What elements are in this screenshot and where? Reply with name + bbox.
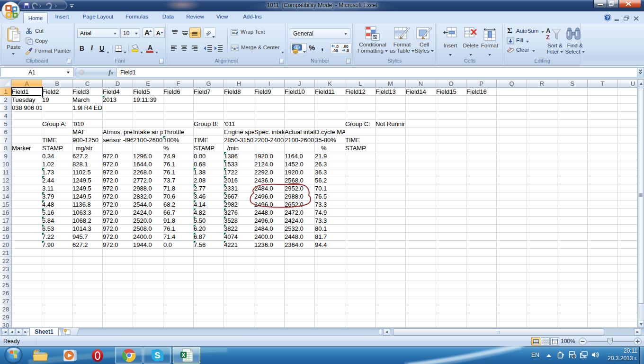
svg-text:?: ? <box>606 15 609 20</box>
svg-text:.0: .0 <box>346 48 349 53</box>
svg-text:S: S <box>154 351 160 360</box>
svg-text:ab: ab <box>205 29 212 36</box>
svg-text:a: a <box>233 46 236 51</box>
svg-text:.00: .00 <box>332 48 338 53</box>
svg-text:Z: Z <box>546 34 550 41</box>
svg-text:$: $ <box>295 46 298 50</box>
svg-text:X: X <box>182 352 186 358</box>
svg-text:A: A <box>546 27 551 34</box>
